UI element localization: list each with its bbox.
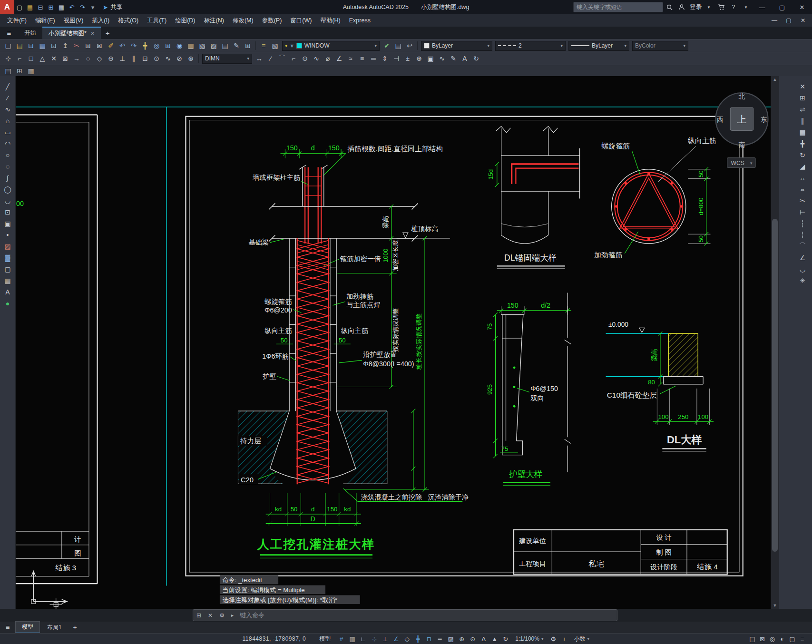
match-properties-icon[interactable]: ✐ (105, 40, 117, 51)
autoscale-icon[interactable]: ↻ (500, 634, 510, 644)
break-at-point-icon[interactable]: ┆ (797, 218, 808, 229)
snap-midpoint-icon[interactable]: △ (37, 53, 48, 64)
gradient-icon[interactable]: ▓ (2, 252, 13, 263)
snap-quadrant-icon[interactable]: ◇ (94, 53, 105, 64)
dynamic-input-icon[interactable]: ⊹ (369, 634, 379, 644)
transparency-icon[interactable]: ▨ (446, 634, 456, 644)
save-icon[interactable]: ⊟ (25, 40, 37, 51)
layer-dropdown[interactable]: ● ✳ WINDOW ▾ (282, 41, 380, 51)
rotate-icon[interactable]: ↻ (797, 149, 808, 161)
lineweight-dropdown[interactable]: ByLayer ▾ (568, 41, 629, 51)
save-as-icon[interactable]: ⊞ (46, 0, 56, 14)
copy-clip-icon[interactable]: ⊞ (82, 40, 94, 51)
tab-model[interactable]: 模型 (15, 621, 40, 634)
compass-south-label[interactable]: 南 (739, 141, 745, 148)
copy-icon[interactable]: ⊞ (797, 92, 808, 104)
save-icon[interactable]: ⊟ (35, 0, 46, 14)
clean-screen-icon[interactable]: ▢ (787, 634, 797, 644)
point-icon[interactable]: • (2, 229, 13, 241)
command-customize-grid-icon[interactable]: ⊞ (193, 612, 205, 619)
file-tabs-menu-icon[interactable]: ≡ (0, 27, 18, 39)
region-icon[interactable]: ▢ (2, 263, 13, 275)
break-icon[interactable]: ╎ (797, 229, 808, 241)
scroll-down-icon[interactable]: ▼ (771, 603, 779, 608)
menu-item[interactable]: 帮助(H) (316, 15, 344, 27)
layer-states-icon[interactable]: ▧ (269, 40, 281, 51)
publish-icon[interactable]: ↥ (59, 40, 71, 51)
dim-space-icon[interactable]: ⇕ (379, 53, 391, 64)
snap-node-icon[interactable]: ⊙ (151, 53, 162, 64)
chevron-down-icon[interactable]: ▾ (703, 0, 715, 14)
polar-tracking-icon[interactable]: ∠ (391, 634, 401, 644)
plot-icon[interactable]: ▦ (56, 0, 67, 14)
construction-line-icon[interactable]: ∕ (2, 92, 13, 104)
properties-palette-icon[interactable]: ▥ (185, 40, 196, 51)
quick-calc-icon[interactable]: ⊞ (242, 40, 254, 51)
wcs-indicator[interactable]: WCS ▾ (727, 158, 755, 168)
arc-icon[interactable]: ◠ (2, 138, 13, 149)
snap-tangent-icon[interactable]: ⊖ (105, 53, 117, 64)
minimize-button[interactable]: — (752, 0, 772, 14)
dim-diameter-icon[interactable]: ⌀ (322, 53, 333, 64)
offset-icon[interactable]: ∥ (797, 115, 808, 127)
table-icon[interactable]: ▦ (2, 275, 13, 286)
customization-icon[interactable]: ≡ (797, 634, 807, 644)
doc-minimize-button[interactable]: — (767, 17, 782, 24)
sheet-set-manager-icon[interactable]: ▤ (219, 40, 231, 51)
layer-match-icon[interactable]: ▤ (392, 40, 404, 51)
menu-item[interactable]: 绘图(D) (171, 15, 199, 27)
drawing-canvas[interactable]: 计 图 结施 3 00 150 d 150 插筋根数.间距.直径同上部结构 (16, 76, 771, 609)
dynamic-ucs-icon[interactable]: ∆ (479, 634, 489, 644)
point-style-icon[interactable]: ● (2, 298, 13, 309)
zoom-realtime-icon[interactable]: ◎ (151, 40, 162, 51)
menu-item[interactable]: 文件(F) (3, 15, 31, 27)
object-snap-tracking-icon[interactable]: ╋ (413, 634, 423, 644)
make-block-icon[interactable]: ▣ (2, 218, 13, 229)
menu-item[interactable]: 视图(V) (59, 15, 88, 27)
fillet-icon[interactable]: ◡ (797, 263, 808, 275)
sign-in-button[interactable]: 登录 (690, 3, 702, 11)
make-object-layer-current-icon[interactable]: ✔ (381, 40, 392, 51)
grid-display-icon[interactable]: # (336, 634, 346, 644)
command-wrench-icon[interactable]: ⚙ (216, 612, 228, 619)
tab-current-drawing[interactable]: 小别墅结构图* ✕ (42, 27, 101, 39)
dim-continue-icon[interactable]: ═ (368, 53, 379, 64)
temporary-tracking-icon[interactable]: ⊹ (2, 53, 14, 64)
menu-item[interactable]: 工具(T) (143, 15, 171, 27)
help-icon[interactable]: ? (727, 0, 740, 14)
chamfer-icon[interactable]: ∠ (797, 252, 808, 263)
snap-center-icon[interactable]: ○ (82, 53, 94, 64)
snap-nearest-icon[interactable]: ∿ (162, 53, 174, 64)
dim-edit-icon[interactable]: ✎ (448, 53, 459, 64)
isolate-objects-icon[interactable]: ◎ (767, 634, 777, 644)
tool-palettes-icon[interactable]: ▨ (208, 40, 219, 51)
graphics-performance-icon[interactable]: ◐ (777, 634, 787, 644)
quick-dimension-icon[interactable]: ≈ (345, 53, 356, 64)
command-line[interactable]: ⊞ ✕ ⚙ ▸ 键入命令 (193, 609, 617, 621)
menu-item[interactable]: 格式(O) (114, 15, 143, 27)
help-dropdown-caret-icon[interactable]: ▾ (740, 0, 752, 14)
model-space-label[interactable]: 模型 (319, 635, 331, 643)
move-icon[interactable]: ╋ (797, 138, 808, 149)
infer-constraints-icon[interactable]: ∟ (358, 634, 368, 644)
snap-parallel-icon[interactable]: ∥ (128, 53, 139, 64)
plot-style-dropdown[interactable]: ByColor ▾ (632, 41, 688, 51)
menu-item[interactable]: 修改(M) (228, 15, 258, 27)
line-icon[interactable]: ╱ (2, 81, 13, 92)
trim-icon[interactable]: ✂ (797, 195, 808, 206)
open-icon[interactable]: ▤ (14, 40, 25, 51)
center-mark-icon[interactable]: ⊕ (413, 53, 425, 64)
dim-jogged-icon[interactable]: ∿ (311, 53, 322, 64)
new-layout-button[interactable]: + (69, 624, 81, 631)
dim-inspect-icon[interactable]: ▣ (425, 53, 436, 64)
redo-icon[interactable]: ↷ (128, 40, 139, 51)
dim-arc-length-icon[interactable]: ⌒ (276, 53, 288, 64)
dim-text-edit-icon[interactable]: A (459, 53, 470, 64)
object-snap-icon[interactable]: ⊓ (424, 634, 434, 644)
tab-start[interactable]: 开始 (18, 27, 42, 39)
compass-west-label[interactable]: 西 (716, 116, 723, 123)
view-compass[interactable]: 北 西 东 南 上 (716, 93, 768, 148)
vertical-scrollbar[interactable]: ▲ ▼ (771, 76, 779, 609)
visual-style-icon[interactable]: ▦ (25, 65, 37, 77)
annotation-scale-control[interactable]: 1:1/100% ▾ (511, 635, 547, 642)
